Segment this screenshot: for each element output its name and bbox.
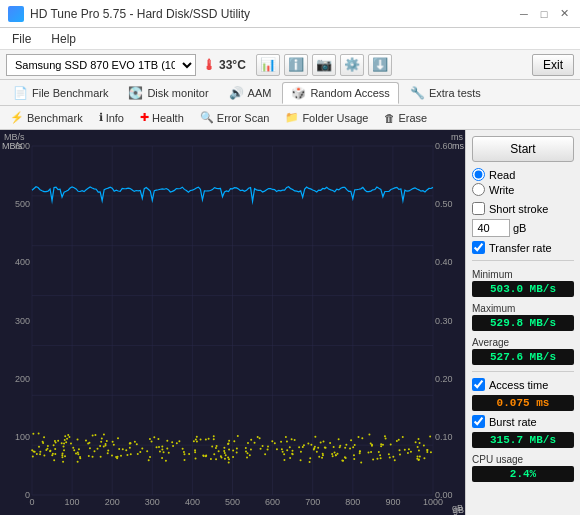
- subtab-folder-usage[interactable]: 📁 Folder Usage: [279, 110, 374, 125]
- title-bar-left: HD Tune Pro 5.75 - Hard Disk/SSD Utility: [8, 6, 250, 22]
- minimum-stat: Minimum 503.0 MB/s: [472, 269, 574, 297]
- divider-1: [472, 260, 574, 261]
- gb-unit-label: gB: [513, 222, 526, 234]
- access-time-label: Access time: [489, 379, 548, 391]
- window-title: HD Tune Pro 5.75 - Hard Disk/SSD Utility: [30, 7, 250, 21]
- erase-sub-icon: 🗑: [384, 112, 395, 124]
- toolbar: Samsung SSD 870 EVO 1TB (1000 gB) 🌡 33°C…: [0, 50, 580, 80]
- aam-icon: 🔊: [229, 86, 244, 100]
- access-time-checkbox-label[interactable]: Access time: [472, 378, 574, 391]
- tab-disk-monitor-label: Disk monitor: [147, 87, 208, 99]
- tab-extra-tests-label: Extra tests: [429, 87, 481, 99]
- error-scan-sub-icon: 🔍: [200, 111, 214, 124]
- access-time-checkbox[interactable]: [472, 378, 485, 391]
- folder-usage-sub-icon: 📁: [285, 111, 299, 124]
- cpu-usage-value: 2.4%: [472, 466, 574, 482]
- burst-rate-label: Burst rate: [489, 416, 537, 428]
- subtab-error-scan[interactable]: 🔍 Error Scan: [194, 110, 276, 125]
- access-time-value: 0.075 ms: [472, 395, 574, 411]
- disk-monitor-icon: 💽: [128, 86, 143, 100]
- tab-random-access-label: Random Access: [310, 87, 389, 99]
- extra-tests-icon: 🔧: [410, 86, 425, 100]
- subtab-erase[interactable]: 🗑 Erase: [378, 111, 433, 125]
- close-button[interactable]: ✕: [556, 6, 572, 22]
- transfer-rate-checkbox[interactable]: [472, 241, 485, 254]
- maximum-stat: Maximum 529.8 MB/s: [472, 303, 574, 331]
- tab-file-benchmark-label: File Benchmark: [32, 87, 108, 99]
- random-access-icon: 🎲: [291, 86, 306, 100]
- app-icon: [8, 6, 24, 22]
- info-icon-btn[interactable]: ℹ️: [284, 54, 308, 76]
- tab-aam[interactable]: 🔊 AAM: [220, 82, 281, 104]
- tab-extra-tests[interactable]: 🔧 Extra tests: [401, 82, 490, 104]
- start-button[interactable]: Start: [472, 136, 574, 162]
- health-sub-icon: ✚: [140, 111, 149, 124]
- benchmark-icon-btn[interactable]: 📊: [256, 54, 280, 76]
- subtab-benchmark[interactable]: ⚡ Benchmark: [4, 110, 89, 125]
- info-sub-icon: ℹ: [99, 111, 103, 124]
- benchmark-sub-icon: ⚡: [10, 111, 24, 124]
- menu-bar: File Help: [0, 28, 580, 50]
- tab-file-benchmark[interactable]: 📄 File Benchmark: [4, 82, 117, 104]
- y-left-unit: MB/s: [4, 132, 25, 142]
- subtab-error-scan-label: Error Scan: [217, 112, 270, 124]
- subtab-benchmark-label: Benchmark: [27, 112, 83, 124]
- cpu-usage-label: CPU usage: [472, 454, 574, 465]
- write-radio[interactable]: [472, 183, 485, 196]
- tab-disk-monitor[interactable]: 💽 Disk monitor: [119, 82, 217, 104]
- write-label: Write: [489, 184, 514, 196]
- x-gb-unit: gB: [452, 503, 463, 513]
- divider-2: [472, 371, 574, 372]
- burst-rate-checkbox[interactable]: [472, 415, 485, 428]
- subtab-folder-usage-label: Folder Usage: [302, 112, 368, 124]
- burst-rate-value: 315.7 MB/s: [472, 432, 574, 448]
- short-stroke-label: Short stroke: [489, 203, 548, 215]
- subtab-health-label: Health: [152, 112, 184, 124]
- read-radio-label[interactable]: Read: [472, 168, 574, 181]
- maximize-button[interactable]: □: [536, 6, 552, 22]
- transfer-rate-checkbox-label[interactable]: Transfer rate: [472, 241, 574, 254]
- menu-file[interactable]: File: [8, 31, 35, 47]
- benchmark-chart: [0, 130, 465, 515]
- title-bar: HD Tune Pro 5.75 - Hard Disk/SSD Utility…: [0, 0, 580, 28]
- thermometer-icon: 🌡: [202, 57, 216, 73]
- spinbox-input[interactable]: [472, 219, 510, 237]
- spinbox-row: gB: [472, 219, 574, 237]
- download-icon-btn[interactable]: ⬇️: [368, 54, 392, 76]
- subtab-info[interactable]: ℹ Info: [93, 110, 130, 125]
- chart-area: MB/s ms gB: [0, 130, 465, 515]
- subtab-info-label: Info: [106, 112, 124, 124]
- tab-random-access[interactable]: 🎲 Random Access: [282, 82, 398, 104]
- subtab-health[interactable]: ✚ Health: [134, 110, 190, 125]
- average-value: 527.6 MB/s: [472, 349, 574, 365]
- write-radio-label[interactable]: Write: [472, 183, 574, 196]
- average-label: Average: [472, 337, 574, 348]
- settings-icon-btn[interactable]: ⚙️: [340, 54, 364, 76]
- file-benchmark-icon: 📄: [13, 86, 28, 100]
- temperature-display: 🌡 33°C: [202, 57, 246, 73]
- subtab-erase-label: Erase: [398, 112, 427, 124]
- read-radio[interactable]: [472, 168, 485, 181]
- y-right-unit: ms: [451, 132, 463, 142]
- average-stat: Average 527.6 MB/s: [472, 337, 574, 365]
- minimize-button[interactable]: ─: [516, 6, 532, 22]
- read-write-radio-group: Read Write: [472, 166, 574, 198]
- nav-tabs: 📄 File Benchmark 💽 Disk monitor 🔊 AAM 🎲 …: [0, 80, 580, 106]
- drive-select[interactable]: Samsung SSD 870 EVO 1TB (1000 gB): [6, 54, 196, 76]
- maximum-label: Maximum: [472, 303, 574, 314]
- minimum-value: 503.0 MB/s: [472, 281, 574, 297]
- tab-aam-label: AAM: [248, 87, 272, 99]
- content-area: MB/s ms gB Start Read Write Short stroke…: [0, 130, 580, 515]
- transfer-rate-label: Transfer rate: [489, 242, 552, 254]
- short-stroke-checkbox[interactable]: [472, 202, 485, 215]
- sub-tabs: ⚡ Benchmark ℹ Info ✚ Health 🔍 Error Scan…: [0, 106, 580, 130]
- screenshot-icon-btn[interactable]: 📷: [312, 54, 336, 76]
- short-stroke-checkbox-label[interactable]: Short stroke: [472, 202, 574, 215]
- exit-button[interactable]: Exit: [532, 54, 574, 76]
- burst-rate-checkbox-label[interactable]: Burst rate: [472, 415, 574, 428]
- toolbar-icons: 📊 ℹ️ 📷 ⚙️ ⬇️: [256, 54, 392, 76]
- title-bar-controls: ─ □ ✕: [516, 6, 572, 22]
- side-panel: Start Read Write Short stroke gB Transfe…: [465, 130, 580, 515]
- cpu-usage-stat: CPU usage 2.4%: [472, 454, 574, 482]
- menu-help[interactable]: Help: [47, 31, 80, 47]
